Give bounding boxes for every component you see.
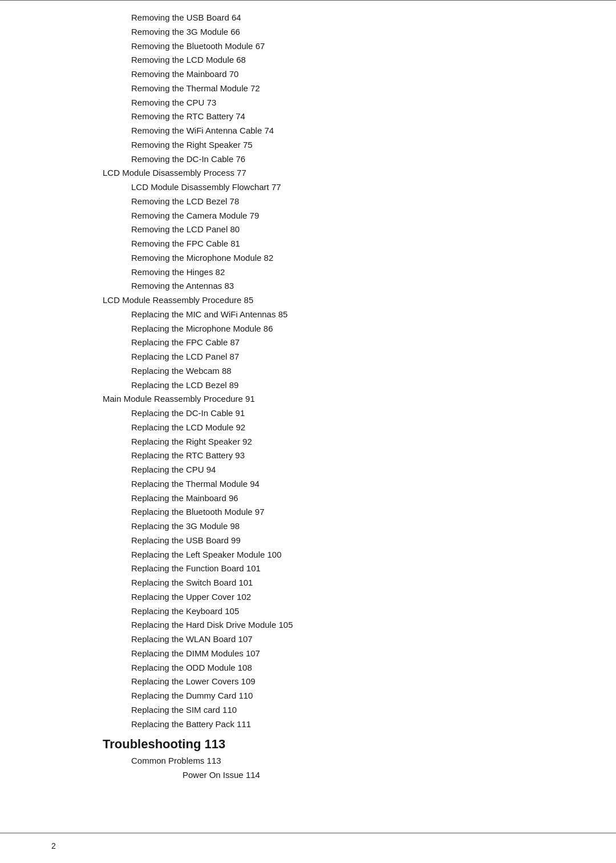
list-item: Removing the Camera Module 79 [51, 209, 565, 223]
toc-group-4: Replacing the DC-In Cable 91 Replacing t… [51, 406, 565, 731]
content-area: Removing the USB Board 64 Removing the 3… [0, 1, 616, 822]
list-item: Removing the 3G Module 66 [51, 25, 565, 39]
list-item: LCD Module Disassembly Flowchart 77 [51, 180, 565, 195]
list-item: Replacing the Lower Covers 109 [51, 675, 565, 689]
list-item: Replacing the DC-In Cable 91 [51, 406, 565, 421]
list-item: Replacing the SIM card 110 [51, 703, 565, 717]
bold-section-label: Troubleshooting 113 [51, 737, 565, 752]
list-item: Replacing the Right Speaker 92 [51, 435, 565, 449]
list-item: Replacing the ODD Module 108 [51, 661, 565, 675]
section-heading: LCD Module Disassembly Process 77 [51, 166, 565, 180]
list-item: Replacing the Function Board 101 [51, 562, 565, 576]
list-item: Replacing the Hard Disk Drive Module 105 [51, 618, 565, 632]
list-item: Removing the WiFi Antenna Cable 74 [51, 124, 565, 138]
list-item: Replacing the WLAN Board 107 [51, 632, 565, 647]
page-container: Removing the USB Board 64 Removing the 3… [0, 0, 616, 863]
toc-section: Removing the USB Board 64 Removing the 3… [51, 11, 565, 783]
list-item: Removing the LCD Bezel 78 [51, 195, 565, 209]
list-item: Removing the LCD Panel 80 [51, 223, 565, 237]
list-item: Removing the LCD Module 68 [51, 53, 565, 67]
list-item: Removing the DC-In Cable 76 [51, 152, 565, 167]
list-item: Replacing the CPU 94 [51, 463, 565, 477]
list-item: Replacing the Left Speaker Module 100 [51, 548, 565, 562]
list-item: Removing the RTC Battery 74 [51, 110, 565, 124]
list-item: Removing the CPU 73 [51, 96, 565, 110]
list-item: Removing the Microphone Module 82 [51, 251, 565, 265]
list-item: Replacing the Battery Pack 111 [51, 717, 565, 732]
toc-group-3: Replacing the MIC and WiFi Antennas 85 R… [51, 308, 565, 393]
list-item: Replacing the Microphone Module 86 [51, 322, 565, 336]
list-item: Replacing the Webcam 88 [51, 364, 565, 378]
page-number: 2 [51, 841, 56, 850]
list-item: Common Problems 113 [51, 754, 565, 768]
section-heading: Main Module Reassembly Procedure 91 [51, 392, 565, 406]
toc-group-2: LCD Module Disassembly Flowchart 77 Remo… [51, 180, 565, 293]
list-item: Replacing the LCD Bezel 89 [51, 378, 565, 393]
troubleshooting-heading: Troubleshooting 113 [51, 737, 565, 752]
toc-group-1: Removing the USB Board 64 Removing the 3… [51, 11, 565, 166]
list-item: Replacing the Keyboard 105 [51, 604, 565, 619]
list-item: Removing the Bluetooth Module 67 [51, 39, 565, 54]
list-item: Replacing the 3G Module 98 [51, 519, 565, 534]
list-item: Replacing the RTC Battery 93 [51, 449, 565, 463]
list-item: Removing the Right Speaker 75 [51, 138, 565, 152]
troubleshooting-group: Common Problems 113 Power On Issue 114 [51, 754, 565, 783]
list-item: Replacing the Dummy Card 110 [51, 689, 565, 703]
list-item: Removing the Thermal Module 72 [51, 82, 565, 96]
list-item: Replacing the Switch Board 101 [51, 576, 565, 590]
list-item: Removing the FPC Cable 81 [51, 237, 565, 251]
list-item: Replacing the Upper Cover 102 [51, 590, 565, 604]
list-item: Replacing the Bluetooth Module 97 [51, 505, 565, 519]
bottom-rule [0, 833, 616, 833]
list-item: Removing the Hinges 82 [51, 265, 565, 280]
list-item: Removing the USB Board 64 [51, 11, 565, 25]
list-item: Replacing the MIC and WiFi Antennas 85 [51, 308, 565, 322]
list-item: Power On Issue 114 [51, 768, 565, 783]
list-item: Replacing the DIMM Modules 107 [51, 647, 565, 661]
section-heading: LCD Module Reassembly Procedure 85 [51, 293, 565, 308]
list-item: Replacing the USB Board 99 [51, 534, 565, 548]
list-item: Removing the Mainboard 70 [51, 67, 565, 82]
list-item: Removing the Antennas 83 [51, 279, 565, 293]
list-item: Replacing the LCD Panel 87 [51, 350, 565, 364]
list-item: Replacing the LCD Module 92 [51, 421, 565, 435]
list-item: Replacing the Thermal Module 94 [51, 477, 565, 491]
list-item: Replacing the FPC Cable 87 [51, 336, 565, 350]
list-item: Replacing the Mainboard 96 [51, 491, 565, 506]
